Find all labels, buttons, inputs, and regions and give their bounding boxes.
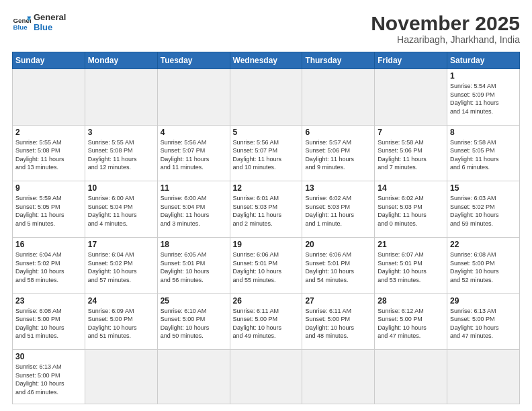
- calendar-day-cell: 9Sunrise: 5:59 AM Sunset: 5:05 PM Daylig…: [13, 181, 85, 238]
- calendar-week-row: 23Sunrise: 6:08 AM Sunset: 5:00 PM Dayli…: [13, 293, 520, 350]
- day-number: 22: [450, 240, 517, 249]
- day-sun-info: Sunrise: 6:00 AM Sunset: 5:04 PM Dayligh…: [161, 194, 227, 228]
- calendar-week-row: 1Sunrise: 5:54 AM Sunset: 5:09 PM Daylig…: [13, 69, 520, 126]
- day-number: 7: [378, 128, 444, 137]
- calendar-day-header: Monday: [85, 52, 157, 69]
- day-number: 27: [305, 296, 371, 306]
- day-number: 16: [15, 240, 82, 249]
- day-sun-info: Sunrise: 6:10 AM Sunset: 5:00 PM Dayligh…: [161, 307, 227, 340]
- day-sun-info: Sunrise: 5:58 AM Sunset: 5:05 PM Dayligh…: [450, 138, 517, 172]
- logo-blue-text: Blue: [34, 22, 66, 32]
- calendar-day-header: Friday: [375, 52, 447, 69]
- calendar-day-cell: 1Sunrise: 5:54 AM Sunset: 5:09 PM Daylig…: [447, 69, 520, 126]
- day-sun-info: Sunrise: 5:59 AM Sunset: 5:05 PM Dayligh…: [15, 194, 82, 228]
- day-sun-info: Sunrise: 5:55 AM Sunset: 5:08 PM Dayligh…: [88, 138, 154, 172]
- day-sun-info: Sunrise: 6:03 AM Sunset: 5:02 PM Dayligh…: [450, 194, 517, 228]
- calendar-day-cell: 24Sunrise: 6:09 AM Sunset: 5:00 PM Dayli…: [85, 293, 157, 350]
- page: General Blue General Blue November 2025 …: [0, 0, 532, 411]
- day-number: 6: [305, 128, 371, 137]
- day-sun-info: Sunrise: 5:56 AM Sunset: 5:07 PM Dayligh…: [161, 138, 227, 172]
- day-sun-info: Sunrise: 5:54 AM Sunset: 5:09 PM Dayligh…: [450, 82, 517, 116]
- month-year-title: November 2025: [371, 12, 520, 34]
- location-subtitle: Hazaribagh, Jharkhand, India: [371, 34, 520, 45]
- calendar-week-row: 9Sunrise: 5:59 AM Sunset: 5:05 PM Daylig…: [13, 181, 520, 238]
- calendar-day-cell: 7Sunrise: 5:58 AM Sunset: 5:06 PM Daylig…: [375, 125, 447, 181]
- day-number: 23: [15, 296, 82, 306]
- calendar-day-cell: [13, 69, 85, 126]
- day-number: 14: [378, 183, 444, 193]
- calendar-day-cell: [375, 350, 447, 404]
- day-number: 1: [450, 71, 517, 81]
- day-sun-info: Sunrise: 6:11 AM Sunset: 5:00 PM Dayligh…: [233, 307, 300, 340]
- calendar-day-cell: [85, 69, 157, 126]
- day-number: 26: [233, 296, 300, 306]
- day-sun-info: Sunrise: 5:56 AM Sunset: 5:07 PM Dayligh…: [233, 138, 300, 172]
- calendar-day-cell: 18Sunrise: 6:05 AM Sunset: 5:01 PM Dayli…: [157, 237, 230, 293]
- day-number: 3: [88, 128, 154, 137]
- day-sun-info: Sunrise: 6:07 AM Sunset: 5:01 PM Dayligh…: [378, 250, 444, 284]
- day-number: 24: [88, 296, 154, 306]
- calendar-day-header: Wednesday: [230, 52, 302, 69]
- day-sun-info: Sunrise: 6:06 AM Sunset: 5:01 PM Dayligh…: [305, 250, 371, 284]
- calendar-day-cell: 25Sunrise: 6:10 AM Sunset: 5:00 PM Dayli…: [157, 293, 230, 350]
- calendar-day-header: Thursday: [302, 52, 375, 69]
- day-number: 15: [450, 183, 517, 193]
- calendar-day-cell: 19Sunrise: 6:06 AM Sunset: 5:01 PM Dayli…: [230, 237, 302, 293]
- day-sun-info: Sunrise: 6:01 AM Sunset: 5:03 PM Dayligh…: [233, 194, 300, 228]
- day-number: 17: [88, 240, 154, 249]
- calendar-week-row: 16Sunrise: 6:04 AM Sunset: 5:02 PM Dayli…: [13, 237, 520, 293]
- calendar-day-cell: 11Sunrise: 6:00 AM Sunset: 5:04 PM Dayli…: [157, 181, 230, 238]
- calendar-day-cell: 29Sunrise: 6:13 AM Sunset: 5:00 PM Dayli…: [447, 293, 520, 350]
- calendar-day-cell: 22Sunrise: 6:08 AM Sunset: 5:00 PM Dayli…: [447, 237, 520, 293]
- day-sun-info: Sunrise: 6:08 AM Sunset: 5:00 PM Dayligh…: [15, 307, 82, 340]
- day-number: 9: [15, 183, 82, 193]
- logo: General Blue General Blue: [12, 12, 66, 32]
- day-number: 19: [233, 240, 300, 249]
- calendar-day-header: Tuesday: [157, 52, 230, 69]
- day-sun-info: Sunrise: 6:13 AM Sunset: 5:00 PM Dayligh…: [15, 363, 82, 396]
- day-sun-info: Sunrise: 5:57 AM Sunset: 5:06 PM Dayligh…: [305, 138, 371, 172]
- title-block: November 2025 Hazaribagh, Jharkhand, Ind…: [371, 12, 520, 45]
- calendar-day-cell: 10Sunrise: 6:00 AM Sunset: 5:04 PM Dayli…: [85, 181, 157, 238]
- day-number: 2: [15, 128, 82, 137]
- day-number: 12: [233, 183, 300, 193]
- day-number: 25: [161, 296, 227, 306]
- calendar-day-cell: [157, 350, 230, 404]
- calendar-day-header: Saturday: [447, 52, 520, 69]
- day-sun-info: Sunrise: 6:04 AM Sunset: 5:02 PM Dayligh…: [15, 250, 82, 284]
- day-sun-info: Sunrise: 6:06 AM Sunset: 5:01 PM Dayligh…: [233, 250, 300, 284]
- day-number: 28: [378, 296, 444, 306]
- day-number: 11: [161, 183, 227, 193]
- calendar-header-row: SundayMondayTuesdayWednesdayThursdayFrid…: [13, 52, 520, 69]
- day-sun-info: Sunrise: 6:02 AM Sunset: 5:03 PM Dayligh…: [378, 194, 444, 228]
- calendar-day-cell: 26Sunrise: 6:11 AM Sunset: 5:00 PM Dayli…: [230, 293, 302, 350]
- day-number: 21: [378, 240, 444, 249]
- calendar-day-cell: 5Sunrise: 5:56 AM Sunset: 5:07 PM Daylig…: [230, 125, 302, 181]
- calendar-day-cell: [230, 350, 302, 404]
- svg-text:Blue: Blue: [13, 24, 28, 31]
- calendar-day-cell: [447, 350, 520, 404]
- day-number: 29: [450, 296, 517, 306]
- calendar-day-cell: 2Sunrise: 5:55 AM Sunset: 5:08 PM Daylig…: [13, 125, 85, 181]
- calendar-day-cell: 16Sunrise: 6:04 AM Sunset: 5:02 PM Dayli…: [13, 237, 85, 293]
- day-sun-info: Sunrise: 6:05 AM Sunset: 5:01 PM Dayligh…: [161, 250, 227, 284]
- day-sun-info: Sunrise: 5:58 AM Sunset: 5:06 PM Dayligh…: [378, 138, 444, 172]
- day-sun-info: Sunrise: 6:00 AM Sunset: 5:04 PM Dayligh…: [88, 194, 154, 228]
- calendar-day-cell: [157, 69, 230, 126]
- calendar-day-cell: [302, 350, 375, 404]
- calendar-day-cell: [85, 350, 157, 404]
- calendar-day-cell: 3Sunrise: 5:55 AM Sunset: 5:08 PM Daylig…: [85, 125, 157, 181]
- calendar-day-cell: 17Sunrise: 6:04 AM Sunset: 5:02 PM Dayli…: [85, 237, 157, 293]
- day-number: 5: [233, 128, 300, 137]
- calendar-week-row: 30Sunrise: 6:13 AM Sunset: 5:00 PM Dayli…: [13, 350, 520, 404]
- header: General Blue General Blue November 2025 …: [12, 12, 520, 45]
- calendar-day-cell: 21Sunrise: 6:07 AM Sunset: 5:01 PM Dayli…: [375, 237, 447, 293]
- calendar-day-cell: 12Sunrise: 6:01 AM Sunset: 5:03 PM Dayli…: [230, 181, 302, 238]
- calendar-day-cell: 4Sunrise: 5:56 AM Sunset: 5:07 PM Daylig…: [157, 125, 230, 181]
- day-number: 20: [305, 240, 371, 249]
- day-number: 30: [15, 352, 82, 361]
- logo-general-text: General: [34, 12, 66, 22]
- calendar-day-cell: 15Sunrise: 6:03 AM Sunset: 5:02 PM Dayli…: [447, 181, 520, 238]
- day-sun-info: Sunrise: 6:11 AM Sunset: 5:00 PM Dayligh…: [305, 307, 371, 340]
- calendar-day-cell: 30Sunrise: 6:13 AM Sunset: 5:00 PM Dayli…: [13, 350, 85, 404]
